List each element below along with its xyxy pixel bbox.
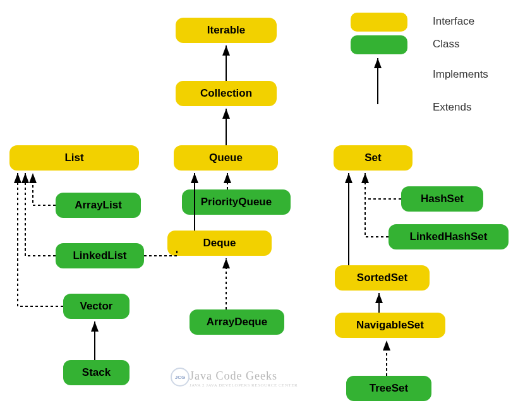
edge-hashset-set bbox=[365, 173, 401, 199]
node-vector: Vector bbox=[63, 294, 130, 319]
node-stack: Stack bbox=[63, 360, 130, 385]
legend-swatch-interface bbox=[351, 13, 407, 32]
edge-linkedlist-list bbox=[25, 173, 56, 256]
node-navigableset: NavigableSet bbox=[335, 313, 445, 338]
node-queue: Queue bbox=[174, 145, 278, 171]
legend-swatch-class bbox=[351, 35, 407, 54]
node-set: Set bbox=[334, 145, 413, 171]
watermark-text: Java Code Geeks JAVA 2 JAVA DEVELOPERS R… bbox=[190, 369, 298, 388]
edge-linkedhashset-set bbox=[365, 173, 388, 237]
node-hashset: HashSet bbox=[401, 186, 483, 212]
legend-label-interface: Interface bbox=[433, 15, 474, 28]
legend-label-extends: Extends bbox=[433, 101, 471, 114]
node-collection: Collection bbox=[176, 81, 277, 106]
node-arraylist: ArrayList bbox=[56, 193, 141, 218]
node-deque: Deque bbox=[167, 231, 272, 256]
node-iterable: Iterable bbox=[176, 18, 277, 43]
edge-vector-list bbox=[18, 173, 63, 306]
edge-arraylist-list bbox=[33, 173, 56, 205]
watermark-badge: JCG bbox=[171, 368, 190, 387]
watermark-main: Java Code Geeks bbox=[190, 369, 277, 382]
node-arraydeque: ArrayDeque bbox=[190, 309, 284, 335]
node-linkedlist: LinkedList bbox=[56, 243, 144, 268]
legend-label-class: Class bbox=[433, 38, 460, 51]
node-linkedhashset: LinkedHashSet bbox=[388, 224, 509, 249]
node-priorityqueue: PriorityQueue bbox=[182, 189, 291, 215]
node-list: List bbox=[9, 145, 139, 171]
watermark-sub: JAVA 2 JAVA DEVELOPERS RESOURCE CENTER bbox=[190, 383, 298, 388]
legend-label-implements: Implements bbox=[433, 68, 488, 81]
node-sortedset: SortedSet bbox=[335, 265, 430, 291]
node-treeset: TreeSet bbox=[346, 376, 431, 401]
diagram-canvas: Interface Class Implements Extends Itera… bbox=[0, 0, 518, 420]
